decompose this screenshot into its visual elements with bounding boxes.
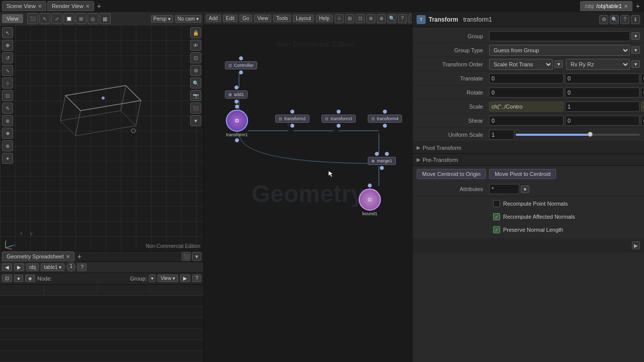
right-icon-7[interactable]: ⬛ xyxy=(190,103,201,114)
attr-filter-input[interactable] xyxy=(489,184,519,194)
vp-tool-4[interactable]: 🔲 xyxy=(63,13,74,24)
geo-icon-2[interactable]: ▼ xyxy=(192,252,201,261)
obj-table1-tab[interactable]: /obj/ /obj/table1 ✕ xyxy=(580,1,632,11)
ne-add[interactable]: Add xyxy=(206,15,221,22)
tool10[interactable]: ⊗ xyxy=(2,140,13,151)
group-dropdown[interactable]: ▾ xyxy=(149,275,155,282)
props-icon2[interactable]: 🔍 xyxy=(610,15,619,24)
group-dropdown-btn[interactable]: ▾ xyxy=(631,32,640,40)
uniform-scale-input[interactable] xyxy=(489,130,514,140)
rot-order-select[interactable]: Rx Ry Rz Rx Rz Ry Ry Rx Rz xyxy=(566,59,630,70)
geo-help2[interactable]: ? xyxy=(192,275,201,282)
pivot-transform-section[interactable]: ▶ Pivot Transform xyxy=(413,142,644,154)
node-canvas[interactable]: Non-Commercial Edition Geometry xyxy=(204,25,412,362)
view-button[interactable]: View ▾ xyxy=(157,275,178,282)
recompute-affected-checkbox[interactable]: ✓ xyxy=(493,213,500,220)
tool5[interactable]: ⊹ xyxy=(2,77,13,88)
right-icon-6[interactable]: 📷 xyxy=(190,90,201,101)
ne-icon1[interactable]: ⊹ xyxy=(335,14,344,23)
node-transform1[interactable]: ⊡ transform1 xyxy=(226,105,248,142)
vp-tool-5[interactable]: ⊞ xyxy=(75,13,87,24)
obj-table1-close[interactable]: ✕ xyxy=(624,4,628,9)
slider-track[interactable] xyxy=(516,134,640,136)
shear-x[interactable] xyxy=(489,116,564,126)
vp-tool-6[interactable]: ◎ xyxy=(88,13,99,24)
slider-thumb[interactable] xyxy=(588,132,593,137)
geo-add-tab[interactable]: + xyxy=(75,252,84,260)
pre-transform-section[interactable]: ▶ Pre-Transform xyxy=(413,154,644,166)
render-view-tab[interactable]: Render View ✕ xyxy=(47,1,94,11)
shear-y[interactable] xyxy=(565,116,639,126)
vp-tool-2[interactable]: ↖ xyxy=(39,13,50,24)
recompute-point-checkbox[interactable] xyxy=(493,200,500,207)
group-input[interactable] xyxy=(489,31,630,41)
node-box-add1[interactable]: ⊞ add1 xyxy=(225,90,248,99)
nocam-dropdown[interactable]: No cam ▾ xyxy=(175,15,201,23)
node-box-t3[interactable]: ⊡ transform3 xyxy=(321,115,356,123)
rotate-icon[interactable]: ↺ xyxy=(2,52,13,63)
ne-icon5[interactable]: ⊕ xyxy=(377,14,386,23)
play-button[interactable]: ▶ xyxy=(180,275,190,282)
props-icon1[interactable]: ⚙ xyxy=(599,15,608,24)
scale-y[interactable] xyxy=(565,102,639,112)
ne-layout[interactable]: Layout xyxy=(293,15,314,22)
node-box-controller[interactable]: ⊡ Controller xyxy=(225,61,257,69)
ro-arrow[interactable]: ▾ xyxy=(631,60,640,68)
rotate-x[interactable] xyxy=(489,87,564,98)
scene-view-tab[interactable]: Scene View ✕ xyxy=(2,1,46,11)
uniform-scale-slider[interactable] xyxy=(516,134,640,136)
back-button[interactable]: ◀ xyxy=(2,263,12,271)
node-controller[interactable]: ⊡ Controller xyxy=(225,56,257,74)
right-icon-5[interactable]: 🔍 xyxy=(190,77,201,88)
view-tab[interactable]: View xyxy=(2,14,23,23)
ne-help[interactable]: Help xyxy=(316,15,333,22)
render-view-close[interactable]: ✕ xyxy=(86,4,90,9)
right-icon-1[interactable]: 🔒 xyxy=(190,27,201,38)
ne-icon8[interactable]: ℹ xyxy=(409,14,413,23)
ne-view[interactable]: View xyxy=(254,15,271,22)
ne-icon4[interactable]: ⊛ xyxy=(366,14,375,23)
translate-x[interactable] xyxy=(489,73,564,83)
node-transform3[interactable]: ⊡ transform3 xyxy=(321,110,356,128)
persp-dropdown[interactable]: Persp ▾ xyxy=(151,15,173,23)
shear-z[interactable] xyxy=(641,116,644,126)
preserve-normal-checkbox[interactable]: ✓ xyxy=(493,226,500,233)
tool8[interactable]: ⊕ xyxy=(2,115,13,126)
ne-icon2[interactable]: ⊞ xyxy=(345,14,354,23)
grouptype-arrow[interactable]: ▾ xyxy=(631,46,640,54)
rotate-y[interactable] xyxy=(565,87,639,98)
ne-edit[interactable]: Edit xyxy=(223,15,237,22)
frame-button[interactable]: 1 xyxy=(66,262,75,272)
node-transform2[interactable]: ⊡ transform2 xyxy=(275,110,309,128)
node-add1[interactable]: ⊞ add1 xyxy=(225,85,248,104)
tool6[interactable]: ⊡ xyxy=(2,90,13,101)
node-merge1[interactable]: ⊕ merge1 xyxy=(368,152,396,170)
node-box-t2[interactable]: ⊡ transform2 xyxy=(275,115,309,123)
move-pivot-btn[interactable]: Move Pivot to Centroid xyxy=(489,169,556,179)
scale-icon[interactable]: ⤡ xyxy=(2,65,13,76)
move-centroid-btn[interactable]: Move Centroid to Origin xyxy=(417,169,486,179)
scene-view-close[interactable]: ✕ xyxy=(38,4,42,9)
scale-z[interactable] xyxy=(641,102,644,112)
rotate-z[interactable] xyxy=(641,87,644,98)
geo-icon-1[interactable]: ⬛ xyxy=(182,252,191,261)
table1-button[interactable]: table1 ▾ xyxy=(41,263,64,271)
move-icon[interactable]: ✥ xyxy=(2,40,13,51)
node-circle-bound1[interactable]: ⊡ xyxy=(359,189,381,211)
ne-go[interactable]: Go xyxy=(239,15,252,22)
to-arrow[interactable]: ▾ xyxy=(554,60,563,68)
tool7[interactable]: ✎ xyxy=(2,103,13,114)
node-icon[interactable]: ⊡ xyxy=(2,275,12,282)
add-right-tab-button[interactable]: + xyxy=(634,2,642,10)
node-dot[interactable]: ● xyxy=(14,275,23,282)
node-circle-transform1[interactable]: ⊡ xyxy=(226,110,248,132)
scale-x[interactable] xyxy=(489,102,564,112)
group-type-select[interactable]: Guess from Group Points Primitives Edges xyxy=(489,45,630,56)
right-icon-3[interactable]: ⊡ xyxy=(190,52,201,63)
forward-button[interactable]: ▶ xyxy=(14,263,24,271)
node-bound1[interactable]: ⊡ bound1 xyxy=(359,184,381,216)
node-box-t4[interactable]: ⊡ transform4 xyxy=(368,115,402,123)
geo-tab-close[interactable]: ✕ xyxy=(66,254,70,259)
node-box-merge1[interactable]: ⊕ merge1 xyxy=(368,157,396,165)
translate-y[interactable] xyxy=(565,73,639,83)
